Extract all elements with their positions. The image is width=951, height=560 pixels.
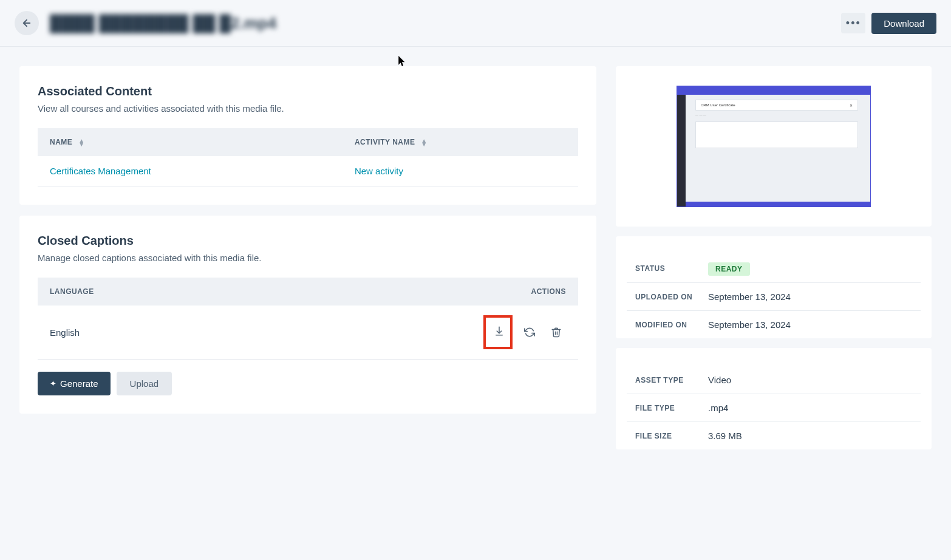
upload-button[interactable]: Upload (117, 372, 172, 395)
ellipsis-icon: ••• (846, 17, 861, 30)
thumb-topbar (677, 86, 870, 95)
col-activity-label: ACTIVITY NAME (355, 138, 415, 146)
sort-icon: ▲▼ (421, 139, 427, 146)
generate-button[interactable]: ✦ Generate (38, 372, 111, 395)
delete-caption-button[interactable] (547, 323, 566, 342)
refresh-icon (524, 327, 535, 338)
associated-content-card: Associated Content View all courses and … (19, 66, 596, 205)
video-thumbnail[interactable]: CRM User Certificate ✕ — — — (677, 86, 871, 207)
captions-table: LANGUAGE ACTIONS English (38, 278, 578, 360)
col-name-header[interactable]: NAME ▲▼ (38, 128, 343, 156)
col-activity-header[interactable]: ACTIVITY NAME ▲▼ (343, 128, 578, 156)
thumb-close-icon: ✕ (850, 103, 853, 108)
col-actions-label: ACTIONS (531, 287, 567, 296)
closed-captions-subtitle: Manage closed captions associated with t… (38, 253, 578, 263)
col-name-label: NAME (50, 138, 72, 146)
associated-content-table: NAME ▲▼ ACTIVITY NAME ▲▼ Certificates Ma… (38, 128, 578, 186)
associated-content-title: Associated Content (38, 84, 578, 98)
thumbnail-card: CRM User Certificate ✕ — — — (616, 66, 932, 227)
uploaded-label: UPLOADED ON (635, 293, 708, 301)
download-caption-button[interactable] (489, 321, 509, 341)
uploaded-value: September 13, 2024 (708, 292, 791, 302)
col-actions-header: ACTIONS (248, 278, 578, 306)
page-title: ████ ████████ ██ █2.mp4 (50, 14, 841, 33)
table-row: English (38, 306, 578, 360)
activity-name-link[interactable]: New activity (343, 156, 578, 186)
thumb-bottombar (686, 202, 870, 207)
download-icon (494, 326, 505, 336)
download-caption-highlight (483, 315, 513, 349)
thumb-body (695, 121, 858, 148)
header-actions: ••• Download (841, 13, 936, 34)
modified-row: MODIFIED ON September 13, 2024 (627, 311, 921, 338)
header-bar: ████ ████████ ██ █2.mp4 ••• Download (0, 0, 951, 47)
thumb-content: CRM User Certificate ✕ (695, 100, 858, 111)
trash-icon (551, 327, 562, 338)
asset-type-label: ASSET TYPE (635, 376, 708, 384)
file-size-row: FILE SIZE 3.69 MB (627, 422, 921, 449)
modified-label: MODIFIED ON (635, 321, 708, 329)
sparkle-icon: ✦ (50, 379, 56, 388)
status-row: STATUS READY (627, 254, 921, 283)
modified-value: September 13, 2024 (708, 319, 791, 330)
metadata-dates-card: STATUS READY UPLOADED ON September 13, 2… (616, 236, 932, 338)
regenerate-caption-button[interactable] (520, 323, 539, 342)
asset-type-row: ASSET TYPE Video (627, 366, 921, 394)
sort-icon: ▲▼ (78, 139, 84, 146)
course-name-link[interactable]: Certificates Management (38, 156, 343, 186)
table-row: Certificates Management New activity (38, 156, 578, 186)
status-badge: READY (708, 262, 750, 276)
thumb-title: CRM User Certificate (701, 103, 735, 107)
thumb-sidebar (677, 95, 686, 207)
col-language-label: LANGUAGE (50, 287, 94, 296)
more-actions-button[interactable]: ••• (841, 13, 865, 33)
col-language-header: LANGUAGE (38, 278, 248, 306)
file-size-label: FILE SIZE (635, 432, 708, 440)
caption-language: English (38, 306, 248, 360)
file-type-label: FILE TYPE (635, 404, 708, 412)
associated-content-subtitle: View all courses and activities associat… (38, 103, 578, 114)
uploaded-row: UPLOADED ON September 13, 2024 (627, 283, 921, 311)
file-size-value: 3.69 MB (708, 431, 742, 441)
download-button[interactable]: Download (871, 13, 936, 34)
closed-captions-title: Closed Captions (38, 234, 578, 248)
back-button[interactable] (15, 11, 39, 35)
file-type-value: .mp4 (708, 403, 728, 413)
thumb-small: — — — (695, 113, 744, 118)
metadata-file-card: ASSET TYPE Video FILE TYPE .mp4 FILE SIZ… (616, 348, 932, 449)
arrow-left-icon (21, 18, 32, 29)
file-type-row: FILE TYPE .mp4 (627, 394, 921, 422)
asset-type-value: Video (708, 375, 731, 385)
closed-captions-card: Closed Captions Manage closed captions a… (19, 216, 596, 414)
status-label: STATUS (635, 264, 708, 273)
generate-label: Generate (60, 378, 98, 389)
